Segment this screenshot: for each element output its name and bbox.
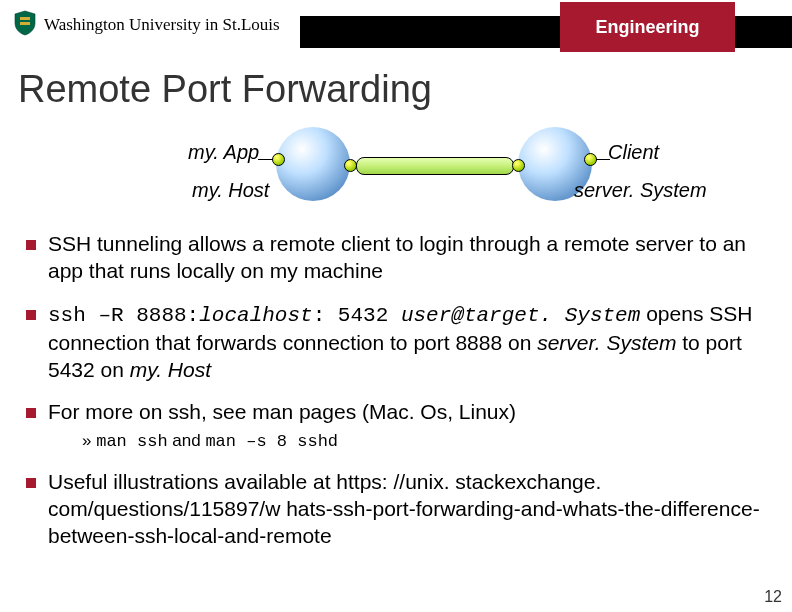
bullet-4-text: Useful illustrations available at https:… [48, 470, 760, 547]
label-my-app: my. App [188, 141, 259, 164]
bullet-3: For more on ssh, see man pages (Mac. Os,… [22, 399, 764, 453]
header-left-white: Washington University in St.Louis [0, 0, 300, 50]
label-client: Client [608, 141, 659, 164]
slide-title: Remote Port Forwarding [18, 68, 792, 111]
ssh-cmd: ssh –R 8888: [48, 304, 199, 327]
sub-bullet: man ssh and man –s 8 sshd [82, 430, 764, 453]
bullet-4: Useful illustrations available at https:… [22, 469, 764, 550]
svg-rect-1 [20, 22, 30, 25]
svg-rect-0 [20, 17, 30, 20]
host-sphere [276, 127, 350, 201]
bullet-1: SSH tunneling allows a remote client to … [22, 231, 764, 285]
ssh-cmd: : 5432 [313, 304, 401, 327]
ssh-cmd: localhost [199, 304, 312, 327]
engineering-tab: Engineering [560, 2, 735, 52]
endpoint-dot [584, 153, 597, 166]
bullet-2: ssh –R 8888:localhost: 5432 user@target.… [22, 301, 764, 384]
header-bar: Washington University in St.Louis Engine… [0, 0, 792, 58]
slide-body: SSH tunneling allows a remote client to … [22, 231, 764, 550]
page-number: 12 [764, 588, 782, 606]
ssh-cmd: user@target. System [401, 304, 640, 327]
ssh-tunnel [356, 157, 514, 175]
man-ssh: man ssh [96, 432, 167, 451]
server-ref: server. System [537, 331, 676, 354]
tunnel-diagram: my. App my. Host Client server. System [0, 119, 792, 221]
bullet-3-text: For more on ssh, see man pages (Mac. Os,… [48, 400, 516, 423]
bullet-1-text: SSH tunneling allows a remote client to … [48, 232, 746, 282]
label-server: server. System [574, 179, 707, 202]
sub-text: and [168, 431, 206, 450]
shield-icon [14, 10, 36, 40]
endpoint-dot [272, 153, 285, 166]
university-logo: Washington University in St.Louis [14, 10, 280, 40]
label-my-host: my. Host [192, 179, 269, 202]
host-ref: my. Host [130, 358, 211, 381]
university-name: Washington University in St.Louis [44, 15, 280, 35]
man-sshd: man –s 8 sshd [205, 432, 338, 451]
endpoint-dot [344, 159, 357, 172]
endpoint-dot [512, 159, 525, 172]
